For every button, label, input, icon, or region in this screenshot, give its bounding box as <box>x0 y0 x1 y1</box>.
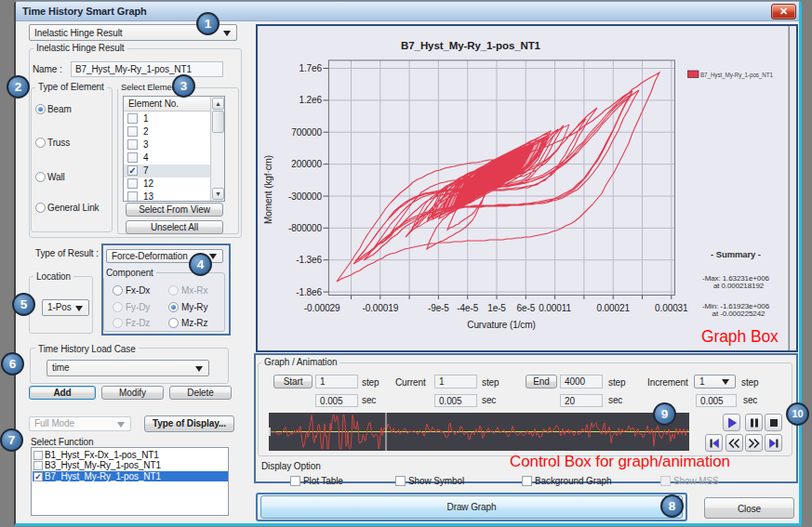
svg-text:6e-5: 6e-5 <box>516 303 535 313</box>
svg-text:200000: 200000 <box>291 159 322 169</box>
svg-text:-4e-5: -4e-5 <box>457 303 478 313</box>
svg-text:B7_Hyst_My-Ry_1-pos_NT1: B7_Hyst_My-Ry_1-pos_NT1 <box>700 72 773 79</box>
svg-text:-1.8e6: -1.8e6 <box>296 287 322 297</box>
svg-text:at -0.000225242: at -0.000225242 <box>712 310 765 318</box>
svg-text:-800000: -800000 <box>288 223 323 233</box>
svg-text:0.00031: 0.00031 <box>655 303 688 313</box>
svg-text:- Summary -: - Summary - <box>711 249 761 259</box>
svg-text:0.00011: 0.00011 <box>539 303 571 313</box>
svg-text:Moment (kgf·cm): Moment (kgf·cm) <box>263 155 273 224</box>
svg-text:-300000: -300000 <box>288 191 323 202</box>
svg-text:-0.00019: -0.00019 <box>362 303 398 313</box>
svg-text:B7_Hyst_My-Ry_1-pos_NT1: B7_Hyst_My-Ry_1-pos_NT1 <box>401 40 541 51</box>
svg-text:-1.3e6: -1.3e6 <box>296 255 322 265</box>
svg-text:1.2e6: 1.2e6 <box>299 95 322 105</box>
svg-text:Curvature (1/cm): Curvature (1/cm) <box>467 320 535 330</box>
svg-text:Graph Box: Graph Box <box>701 327 779 346</box>
svg-text:-0.00029: -0.00029 <box>304 303 340 313</box>
svg-text:700000: 700000 <box>291 127 322 138</box>
svg-text:0.00021: 0.00021 <box>596 303 630 313</box>
svg-text:1.7e6: 1.7e6 <box>299 63 322 73</box>
svg-text:at 0.000218192: at 0.000218192 <box>713 282 765 290</box>
svg-text:-9e-5: -9e-5 <box>428 303 449 313</box>
svg-text:1e-5: 1e-5 <box>487 303 506 313</box>
